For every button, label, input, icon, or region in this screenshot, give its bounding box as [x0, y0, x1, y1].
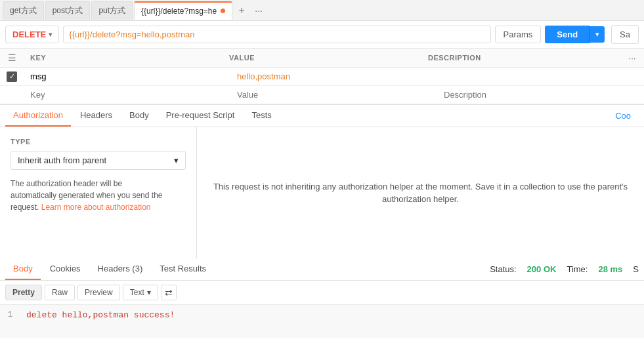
line-number-1: 1 [8, 310, 26, 320]
status-label: Status: [490, 264, 516, 274]
tab-put[interactable]: put方式 [91, 1, 133, 20]
row2-value-cell [230, 86, 437, 104]
method-label: DELETE [12, 30, 46, 39]
auth-desc-text1: The authorization header will be [11, 179, 122, 188]
row2-value-input[interactable] [237, 87, 431, 102]
wrap-button[interactable]: ⇄ [161, 285, 177, 300]
auth-type-chevron-icon: ▾ [174, 155, 179, 165]
method-dropdown[interactable]: DELETE ▾ [5, 26, 59, 43]
params-table: ☰ KEY VALUE DESCRIPTION ··· ✓ [0, 49, 644, 105]
send-group: Send ▾ [545, 26, 605, 43]
response-tab-test-results-label: Test Results [160, 264, 206, 273]
type-chevron-icon: ▾ [147, 288, 151, 297]
tab-headers-label: Headers [80, 110, 112, 120]
tab-put-label: put方式 [98, 5, 125, 16]
url-input[interactable] [63, 26, 490, 43]
time-label: Time: [567, 264, 588, 274]
tab-post[interactable]: post方式 [45, 1, 91, 20]
auth-left-panel: TYPE Inherit auth from parent ▾ The auth… [0, 127, 197, 258]
auth-info-text: This request is not inheriting any autho… [207, 180, 633, 206]
row1-value-input[interactable] [237, 69, 431, 84]
pretty-button[interactable]: Pretty [5, 285, 42, 300]
response-tab-cookies[interactable]: Cookies [42, 258, 89, 280]
hamburger-icon: ☰ [8, 52, 16, 63]
header-description: DESCRIPTION [421, 50, 620, 66]
auth-section: TYPE Inherit auth from parent ▾ The auth… [0, 127, 644, 258]
tab-tests[interactable]: Tests [244, 105, 279, 127]
tab-pre-request[interactable]: Pre-request Script [158, 105, 243, 127]
auth-type-label: TYPE [11, 138, 186, 146]
response-status: Status: 200 OK Time: 28 ms S [490, 264, 639, 274]
header-key: KEY [24, 50, 223, 66]
method-chevron-icon: ▾ [49, 31, 52, 38]
response-tab-test-results[interactable]: Test Results [152, 258, 214, 280]
add-tab-button[interactable]: + [234, 3, 249, 18]
tab-authorization[interactable]: Authorization [5, 105, 71, 127]
response-code-area: 1 delete hello,postman success! [0, 305, 644, 325]
row2-desc-cell [437, 86, 644, 104]
send-arrow-button[interactable]: ▾ [590, 26, 605, 43]
auth-type-select[interactable]: Inherit auth from parent ▾ [11, 151, 186, 170]
row1-desc-cell [437, 68, 644, 85]
auth-right-panel: This request is not inheriting any autho… [197, 127, 644, 258]
tab-pre-request-label: Pre-request Script [166, 110, 235, 120]
save-button[interactable]: Sa [611, 25, 639, 44]
code-line-1: delete hello,postman success! [26, 310, 175, 320]
response-body-section: Pretty Raw Preview Text ▾ ⇄ 1 delete hel… [0, 281, 644, 338]
row1-value-cell [230, 68, 437, 85]
auth-description: The authorization header will be automat… [11, 178, 186, 213]
response-tab-body-label: Body [13, 264, 33, 273]
header-check-col: ☰ [0, 49, 24, 67]
tab-headers[interactable]: Headers [72, 105, 120, 127]
row1-key-input[interactable] [30, 69, 224, 84]
tab-tests-label: Tests [251, 110, 271, 120]
time-value: 28 ms [598, 264, 622, 274]
response-tab-headers[interactable]: Headers (3) [90, 258, 151, 280]
params-row-placeholder [0, 86, 644, 104]
type-selector-label: Text [130, 288, 144, 297]
more-options-button[interactable]: ··· [620, 53, 644, 63]
tabs-bar: get方式 post方式 put方式 {{url}}/delete?msg=he… [0, 0, 644, 21]
row2-key-cell [24, 86, 230, 104]
row2-check [0, 92, 24, 98]
response-toolbar: Pretty Raw Preview Text ▾ ⇄ [0, 281, 644, 305]
auth-learn-more-link[interactable]: Learn more about authorization [41, 203, 151, 212]
tab-body[interactable]: Body [121, 105, 157, 127]
tab-authorization-label: Authorization [13, 110, 63, 120]
type-selector[interactable]: Text ▾ [123, 285, 158, 300]
cookies-link[interactable]: Coo [607, 106, 639, 126]
response-footer [0, 325, 644, 338]
send-button[interactable]: Send [545, 26, 590, 43]
tab-delete-label: {{url}}/delete?msg=he [141, 7, 217, 16]
row2-desc-input[interactable] [444, 87, 637, 102]
response-tabs-bar: Body Cookies Headers (3) Test Results St… [0, 258, 644, 281]
params-row: ✓ [0, 68, 644, 86]
response-tab-body[interactable]: Body [5, 258, 41, 280]
request-sub-tabs: Authorization Headers Body Pre-request S… [0, 105, 644, 127]
auth-desc-text2: automatically generated when you send th… [11, 191, 163, 200]
row1-desc-input[interactable] [444, 69, 637, 84]
auth-desc-text3: request. [11, 203, 39, 212]
row2-key-input[interactable] [30, 87, 224, 102]
tab-dot-icon [221, 9, 225, 13]
header-value: VALUE [223, 50, 421, 66]
response-tab-cookies-label: Cookies [50, 264, 81, 273]
tab-get-label: get方式 [10, 5, 37, 16]
raw-button[interactable]: Raw [45, 285, 75, 300]
status-code: 200 OK [527, 264, 557, 274]
response-tab-headers-label: Headers (3) [98, 264, 143, 273]
tab-delete[interactable]: {{url}}/delete?msg=he [134, 1, 232, 20]
tab-post-label: post方式 [53, 5, 83, 16]
params-button[interactable]: Params [495, 26, 542, 43]
auth-type-value: Inherit auth from parent [18, 155, 106, 165]
tab-body-label: Body [129, 110, 149, 120]
more-tabs-button[interactable]: ··· [251, 3, 267, 18]
row1-key-cell [24, 68, 230, 85]
row1-check[interactable]: ✓ [0, 69, 24, 85]
url-bar: DELETE ▾ Params Send ▾ Sa [0, 21, 644, 49]
tab-get[interactable]: get方式 [3, 1, 44, 20]
preview-button[interactable]: Preview [77, 285, 120, 300]
checkbox-checked-icon: ✓ [7, 71, 17, 82]
params-header: ☰ KEY VALUE DESCRIPTION ··· [0, 49, 644, 68]
size-label: S [633, 264, 639, 274]
